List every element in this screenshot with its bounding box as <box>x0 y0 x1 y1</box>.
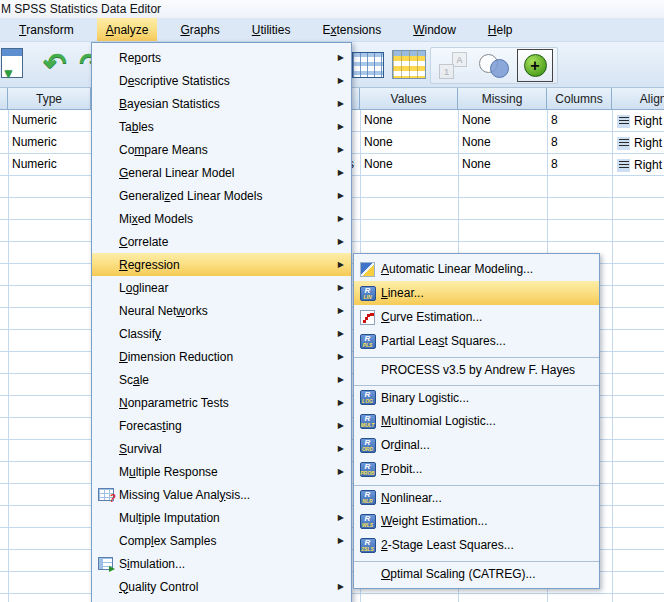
analyze-menu-item[interactable]: Regression ▶ <box>92 253 351 276</box>
analyze-menu-item[interactable]: Nonparametric Tests ▶ <box>92 391 351 414</box>
regression-submenu-item[interactable]: Automatic Linear Modeling... <box>354 257 599 281</box>
variables-table-icon[interactable] <box>392 50 426 79</box>
label-seg: ed Models <box>138 212 193 226</box>
regression-submenu-item[interactable]: 2-Stage Least Squares... <box>354 533 599 557</box>
insert-plus-icon[interactable] <box>517 49 553 82</box>
menu-item-icon-slot <box>354 514 381 529</box>
regression-submenu-item[interactable]: Ordinal... <box>354 433 599 457</box>
row-number-cell[interactable] <box>0 154 8 176</box>
row-number-cell[interactable] <box>0 132 8 154</box>
alignment-cell[interactable]: Right <box>612 154 664 176</box>
mnemonic-seg: C <box>119 235 128 249</box>
menu-item-label: Automatic Linear Modeling... <box>381 262 533 276</box>
column-header-missing[interactable]: Missing <box>458 88 547 109</box>
analyze-menu-item[interactable]: Classify ▶ <box>92 322 351 345</box>
menubar-item[interactable]: Help <box>479 18 522 41</box>
menubar-item[interactable]: Utilities <box>243 18 300 41</box>
values-cell[interactable]: None <box>360 154 458 176</box>
analyze-menu-item[interactable]: Loglinear ▶ <box>92 276 351 299</box>
menubar-item[interactable]: Transform <box>10 18 83 41</box>
column-header-values[interactable]: Values <box>360 88 458 109</box>
label-seg: ed Linear Models <box>170 189 262 203</box>
column-header-alignment[interactable]: Alignment <box>612 88 664 109</box>
analyze-menu-item[interactable]: Mixed Models ▶ <box>92 207 351 230</box>
analyze-menu-item[interactable]: Simulation... <box>92 552 351 575</box>
label-seg: M <box>119 465 129 479</box>
analyze-menu-item[interactable]: Descriptive Statistics ▶ <box>92 69 351 92</box>
analyze-menu-item[interactable]: Survival ▶ <box>92 437 351 460</box>
regression-submenu-item[interactable]: Linear... <box>354 281 599 305</box>
column-header-type[interactable]: Type <box>8 88 91 109</box>
label-seg: onparametric Tests <box>128 396 229 410</box>
analyze-menu-item[interactable]: Tables ▶ <box>92 115 351 138</box>
analyze-menu-item[interactable]: Complex Samples ▶ <box>92 529 351 552</box>
regression-submenu-item[interactable]: Optimal Scaling (CATREG)... <box>354 561 599 585</box>
menubar-item[interactable]: Window <box>404 18 465 41</box>
regression-submenu-item[interactable]: Binary Logistic... <box>354 385 599 409</box>
regression-submenu-item[interactable]: Partial Least Squares... <box>354 329 599 353</box>
regression-submenu-item[interactable]: Curve Estimation... <box>354 305 599 329</box>
regression-submenu-item[interactable]: Nonlinear... <box>354 485 599 509</box>
column-header-rownum[interactable] <box>0 88 8 109</box>
data-table-icon[interactable] <box>352 52 384 78</box>
analyze-menu-item[interactable]: Multiple Imputation ▶ <box>92 506 351 529</box>
submenu-arrow-icon: ▶ <box>338 467 351 476</box>
menubar-item[interactable]: Graphs <box>171 18 228 41</box>
missing-cell[interactable]: None <box>458 110 547 132</box>
analyze-menu-item[interactable]: Multiple Response ▶ <box>92 460 351 483</box>
type-cell[interactable]: Numeric <box>8 154 91 176</box>
analyze-menu-item[interactable]: Bayesian Statistics ▶ <box>92 92 351 115</box>
analyze-menu-item[interactable]: Reports ▶ <box>92 46 351 69</box>
columns-cell[interactable]: 8 <box>547 132 612 154</box>
menu-item-label: Bayesian Statistics <box>119 97 220 111</box>
analyze-menu-item[interactable]: General Linear Model ▶ <box>92 161 351 184</box>
menu-item-label: Multiple Imputation <box>119 511 220 525</box>
type-cell[interactable]: Numeric <box>8 132 91 154</box>
analyze-menu-item[interactable]: Quality Control ▶ <box>92 575 351 598</box>
type-cell[interactable]: Numeric <box>8 110 91 132</box>
mnemonic-seg: m <box>134 143 144 157</box>
label-seg: les <box>138 120 153 134</box>
menu-item-label: Probit... <box>381 462 422 476</box>
alignment-cell[interactable]: Right <box>612 110 664 132</box>
menu-item-label: Regression <box>119 258 180 272</box>
value-labels-icon[interactable] <box>435 49 471 82</box>
label-seg: iple Imputation <box>142 511 220 525</box>
alignment-cell[interactable]: Right <box>612 132 664 154</box>
analyze-menu-item[interactable]: Correlate ▶ <box>92 230 351 253</box>
values-cell[interactable]: None <box>360 132 458 154</box>
row-number-cell[interactable] <box>0 110 8 132</box>
regression-submenu-item[interactable]: Weight Estimation... <box>354 509 599 533</box>
analyze-menu-item[interactable]: Forecasting ▶ <box>92 414 351 437</box>
regression-submenu-item[interactable]: PROCESS v3.5 by Andrew F. Hayes <box>354 357 599 381</box>
analyze-menu-item[interactable]: Compare Means ▶ <box>92 138 351 161</box>
menubar-item[interactable]: Analyze <box>97 18 158 41</box>
label-seg: Co <box>119 143 134 157</box>
align-right-icon <box>617 137 630 150</box>
label-seg: istic... <box>438 391 469 405</box>
columns-cell[interactable]: 8 <box>547 154 612 176</box>
mnemonic-seg: M <box>381 414 391 428</box>
column-header-columns[interactable]: Columns <box>547 88 612 109</box>
analyze-menu-item[interactable]: Scale ▶ <box>92 368 351 391</box>
label-seg: egression <box>128 258 180 272</box>
split-file-venn-icon[interactable] <box>476 49 512 82</box>
submenu-arrow-icon: ▶ <box>338 375 351 384</box>
menu-item-icon <box>360 490 376 505</box>
columns-cell[interactable]: 8 <box>547 110 612 132</box>
missing-cell[interactable]: None <box>458 132 547 154</box>
menubar-item[interactable]: Extensions <box>313 18 390 41</box>
undo-icon[interactable] <box>38 46 72 80</box>
menu-item-icon <box>360 462 376 477</box>
menu-item-label: 2-Stage Least Squares... <box>381 538 514 552</box>
analyze-menu-item[interactable]: Dimension Reduction ▶ <box>92 345 351 368</box>
missing-cell[interactable]: None <box>458 154 547 176</box>
analyze-menu-item[interactable]: Neural Networks ▶ <box>92 299 351 322</box>
open-data-icon[interactable] <box>1 48 23 78</box>
analyze-menu-item[interactable]: Missing Value Analysis... <box>92 483 351 506</box>
regression-submenu-item[interactable]: Multinomial Logistic... <box>354 409 599 433</box>
analyze-menu-item[interactable]: Generalized Linear Models ▶ <box>92 184 351 207</box>
regression-submenu-item[interactable]: Probit... <box>354 457 599 481</box>
menu-item-icon-slot <box>354 310 381 325</box>
values-cell[interactable]: None <box>360 110 458 132</box>
